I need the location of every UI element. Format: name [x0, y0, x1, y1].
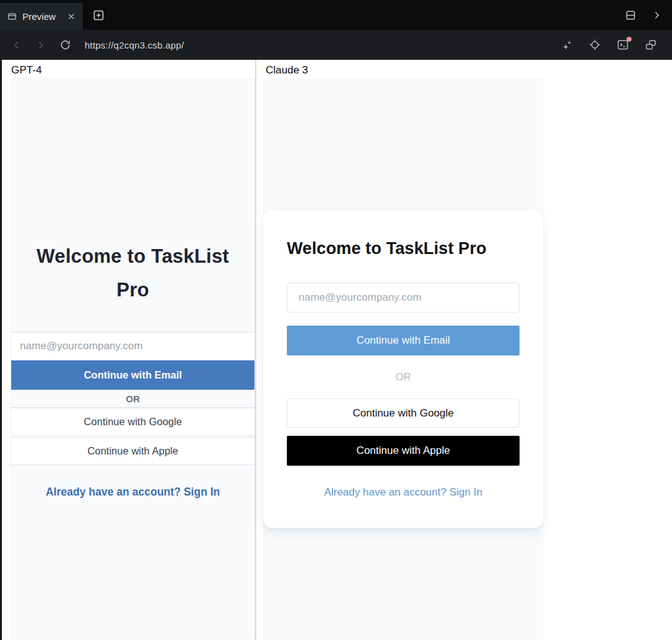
welcome-title: Welcome to TaskList Pro [11, 79, 254, 307]
forward-icon[interactable] [33, 37, 49, 53]
signin-link[interactable]: Already have an account? Sign In [287, 486, 520, 499]
preview-tab-label: Preview [22, 11, 62, 22]
or-divider: OR [11, 390, 254, 408]
continue-email-button[interactable]: Continue with Email [11, 360, 254, 390]
terminal-icon[interactable] [617, 39, 629, 51]
email-input[interactable] [11, 332, 254, 360]
close-tab-icon[interactable] [67, 12, 75, 21]
browser-window-icon [7, 12, 17, 21]
back-icon[interactable] [9, 37, 24, 53]
ai-sparkles-icon[interactable] [561, 39, 573, 51]
browser-tab-bar: Preview [0, 0, 672, 30]
url-input[interactable]: https://q2cqn3.csb.app/ [85, 40, 184, 50]
signin-link[interactable]: Already have an account? Sign In [11, 486, 254, 499]
chevron-right-icon[interactable] [651, 10, 662, 21]
welcome-title: Welcome to TaskList Pro [287, 239, 520, 258]
open-external-icon[interactable] [645, 39, 657, 51]
notification-dot [627, 37, 632, 42]
claude3-app-panel: Welcome to TaskList Pro Continue with Em… [263, 78, 543, 640]
target-cursor-icon[interactable] [589, 39, 601, 51]
model-label-claude3: Claude 3 [266, 64, 308, 77]
continue-google-button[interactable]: Continue with Google [287, 398, 520, 428]
panel-divider [255, 60, 256, 640]
gpt4-app-panel: Welcome to TaskList Pro Continue with Em… [11, 78, 255, 640]
model-label-gpt4: GPT-4 [11, 64, 42, 77]
split-view-icon[interactable] [625, 9, 637, 21]
continue-email-button[interactable]: Continue with Email [287, 326, 520, 355]
continue-apple-button[interactable]: Continue with Apple [11, 437, 254, 465]
continue-google-button[interactable]: Continue with Google [11, 408, 254, 436]
browser-address-bar: https://q2cqn3.csb.app/ [0, 30, 672, 60]
continue-apple-button[interactable]: Continue with Apple [287, 436, 520, 466]
email-input[interactable] [287, 283, 520, 313]
window-edge [0, 60, 2, 640]
new-tab-icon[interactable] [92, 9, 105, 22]
refresh-icon[interactable] [57, 37, 73, 53]
preview-viewport: GPT-4 Claude 3 Welcome to TaskList Pro C… [0, 60, 672, 640]
preview-tab[interactable]: Preview [0, 3, 83, 30]
signup-card: Welcome to TaskList Pro Continue with Em… [263, 210, 543, 528]
or-divider: OR [287, 371, 520, 383]
